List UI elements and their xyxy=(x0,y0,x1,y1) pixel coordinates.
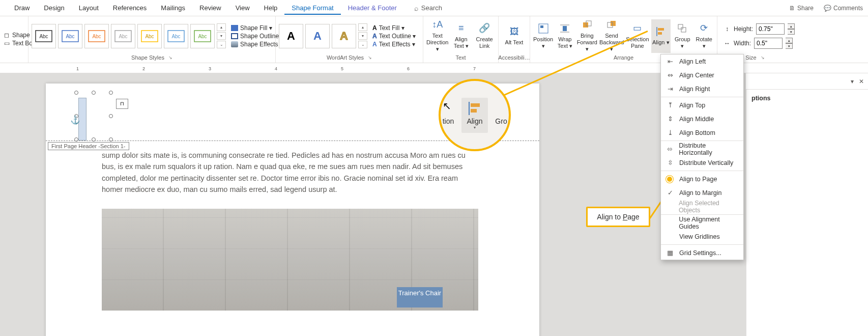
effects-icon xyxy=(231,41,238,47)
wrap-icon xyxy=(559,22,571,35)
svg-rect-27 xyxy=(681,27,686,32)
style-preset[interactable]: Abc xyxy=(32,24,56,48)
style-preset[interactable]: Abc xyxy=(84,24,109,48)
highlight-dot-icon xyxy=(666,175,674,183)
dialog-launcher-icon[interactable]: ↘ xyxy=(368,55,372,60)
tab-layout[interactable]: Layout xyxy=(72,1,106,15)
svg-rect-25 xyxy=(658,32,662,35)
align-icon xyxy=(655,25,667,38)
ruler-tick: 6 xyxy=(407,66,410,71)
tab-mailings[interactable]: Mailings xyxy=(154,1,192,15)
text-direction-button[interactable]: ↕AText Direction ▾ xyxy=(426,19,448,53)
menu-align-middle[interactable]: ⇕Align Middle xyxy=(661,112,743,126)
style-preset[interactable]: Abc xyxy=(58,24,82,48)
wordart-preset[interactable]: A xyxy=(279,24,303,48)
svg-text:Abc: Abc xyxy=(119,34,127,39)
text-effects-button[interactable]: AText Effects ▾ xyxy=(372,41,416,48)
width-input[interactable] xyxy=(754,38,783,49)
svg-rect-19 xyxy=(583,22,588,27)
wordart-gallery[interactable]: A A A ▴▾⌄ xyxy=(279,23,367,48)
gallery-scroll[interactable]: ▴▾⌄ xyxy=(358,23,367,48)
menu-align-center[interactable]: ⇔Align Center xyxy=(661,68,743,82)
menu-distribute-vertical[interactable]: ⇳Distribute Vertically xyxy=(661,156,743,170)
cursor-icon: ↖ xyxy=(443,100,451,112)
create-link-button[interactable]: 🔗Create Link xyxy=(474,19,495,53)
search-icon: ⌕ xyxy=(414,4,418,12)
tab-help[interactable]: Help xyxy=(257,1,285,15)
menu-alignment-guides[interactable]: Use Alignment Guides xyxy=(661,216,743,230)
align-bottom-icon: ⤓ xyxy=(666,129,674,137)
distribute-v-icon: ⇳ xyxy=(666,159,674,167)
alt-text-button[interactable]: 🖼Alt Text xyxy=(502,19,527,53)
dialog-launcher-icon[interactable]: ↘ xyxy=(761,55,765,60)
tab-shape-format[interactable]: Shape Format xyxy=(284,1,340,15)
style-preset[interactable]: Abc xyxy=(111,24,135,48)
ruler-tick: 5 xyxy=(341,66,343,71)
svg-text:Abc: Abc xyxy=(92,34,101,39)
search-box[interactable]: ⌕ Search xyxy=(414,4,442,12)
height-spinner[interactable]: ▴▾ xyxy=(788,23,795,35)
group-wordart-styles: A A A ▴▾⌄ AText Fill ▾ AText Outline ▾ A… xyxy=(276,16,423,63)
share-button[interactable]: 🗎Share xyxy=(784,3,819,14)
document-body-text[interactable]: sump dolor sits mate is, is communing co… xyxy=(102,150,478,195)
align-right-icon: ⇥ xyxy=(666,85,674,93)
align-text-icon: ≡ xyxy=(455,22,467,35)
menu-view-gridlines[interactable]: View Gridlines xyxy=(661,230,743,243)
align-text-button[interactable]: ≡Align Text ▾ xyxy=(450,19,472,53)
comments-button[interactable]: 💬Comments xyxy=(819,3,868,14)
tab-header-footer[interactable]: Header & Footer xyxy=(341,1,404,15)
group-label: Size xyxy=(745,54,756,61)
height-input[interactable] xyxy=(756,23,785,35)
rotate-icon: ⟳ xyxy=(698,22,710,35)
menu-grid-settings[interactable]: ▦Grid Settings... xyxy=(661,246,743,260)
menu-align-bottom[interactable]: ⤓Align Bottom xyxy=(661,126,743,139)
menu-align-to-page[interactable]: Align to Page xyxy=(661,172,743,186)
height-icon: ↕ xyxy=(724,25,731,33)
wordart-preset[interactable]: A xyxy=(305,24,330,48)
group-label: Shape Styles xyxy=(131,54,164,61)
width-spinner[interactable]: ▴▾ xyxy=(786,38,793,49)
taskpane-dropdown-icon[interactable]: ▾ xyxy=(851,78,854,85)
style-preset[interactable]: Abc xyxy=(164,24,188,48)
width-label: Width: xyxy=(734,40,751,47)
menu-align-top[interactable]: ⤒Align Top xyxy=(661,98,743,112)
wrap-text-button[interactable]: Wrap Text ▾ xyxy=(555,19,574,53)
group-button[interactable]: Group ▾ xyxy=(673,19,692,53)
tab-draw[interactable]: Draw xyxy=(7,1,37,15)
style-preset[interactable]: Abc xyxy=(137,24,162,48)
text-outline-button[interactable]: AText Outline ▾ xyxy=(372,33,416,40)
bring-forward-button[interactable]: Bring Forward ▾ xyxy=(577,19,597,53)
selected-shape[interactable] xyxy=(76,93,112,141)
shape-icon: ◻ xyxy=(3,32,10,39)
tab-design[interactable]: Design xyxy=(37,1,71,15)
shape-style-gallery[interactable]: Abc Abc Abc Abc Abc Abc Abc ▴▾⌄ xyxy=(32,23,226,48)
tab-review[interactable]: Review xyxy=(192,1,228,15)
menu-align-left[interactable]: ⇤Align Left xyxy=(661,54,743,68)
tab-view[interactable]: View xyxy=(228,1,257,15)
wordart-preset[interactable]: A xyxy=(332,24,356,48)
outline-icon xyxy=(231,33,238,39)
svg-rect-21 xyxy=(611,21,616,26)
layout-options-icon[interactable]: ⊓ xyxy=(116,99,128,109)
svg-rect-26 xyxy=(678,24,683,29)
position-button[interactable]: Position ▾ xyxy=(533,19,553,53)
menu-align-right[interactable]: ⇥Align Right xyxy=(661,82,743,96)
taskpane-options-label[interactable]: ptions xyxy=(751,95,771,102)
align-button[interactable]: Align ▾ xyxy=(651,19,671,53)
textbox-icon: ▭ xyxy=(3,40,10,47)
text-fill-button[interactable]: AText Fill ▾ xyxy=(372,24,416,32)
style-preset[interactable]: Abc xyxy=(190,24,215,48)
trainer-caption[interactable]: Trainer's Chair xyxy=(397,287,443,307)
align-middle-icon: ⇕ xyxy=(666,115,674,123)
anchor-icon: ⚓ xyxy=(70,115,80,125)
menu-distribute-horizontal[interactable]: ⬄Distribute Horizontally xyxy=(661,142,743,156)
svg-text:Abc: Abc xyxy=(145,34,154,39)
taskpane-close-icon[interactable]: ✕ xyxy=(859,78,864,85)
group-label: Accessibili… xyxy=(498,54,530,61)
rotate-button[interactable]: ⟳Rotate ▾ xyxy=(694,19,713,53)
zoom-group-fragment: Gro xyxy=(488,98,511,128)
tab-references[interactable]: References xyxy=(106,1,154,15)
gallery-scroll[interactable]: ▴▾⌄ xyxy=(217,23,226,48)
menu-align-to-margin[interactable]: Align to Margin xyxy=(661,186,743,200)
dialog-launcher-icon[interactable]: ↘ xyxy=(168,55,172,60)
